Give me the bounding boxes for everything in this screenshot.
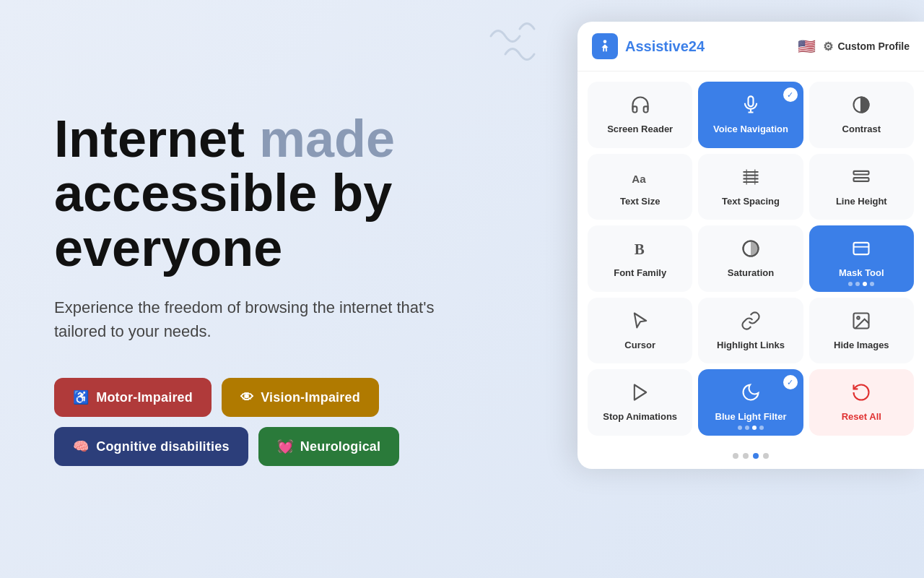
saturation-cell[interactable]: Saturation (698, 225, 803, 292)
mask-dots (848, 282, 874, 286)
headphones-icon (630, 95, 650, 118)
vision-label: Vision-Impaired (261, 390, 360, 405)
widget-container: Assistive24 🇺🇸 ⚙ Custom Profile (570, 0, 924, 578)
mask-tool-cell[interactable]: Mask Tool (809, 225, 914, 292)
assistive-widget: Assistive24 🇺🇸 ⚙ Custom Profile (578, 22, 924, 469)
text-spacing-icon (741, 167, 761, 190)
widget-grid: Screen Reader ✓ Voice Navigation (578, 72, 924, 446)
blue-light-dots (738, 426, 764, 430)
text-spacing-cell[interactable]: Text Spacing (698, 154, 803, 220)
custom-profile-label: Custom Profile (837, 40, 910, 52)
hide-images-label: Hide Images (834, 340, 889, 351)
image-icon (851, 311, 871, 334)
text-size-cell[interactable]: Aa Text Size (588, 154, 692, 220)
contrast-label: Contrast (842, 124, 881, 135)
mask-icon (851, 238, 871, 262)
bdot1 (738, 426, 742, 430)
app-logo (592, 33, 618, 59)
bdot4 (759, 426, 764, 430)
blue-light-filter-cell[interactable]: ✓ Blue Light Filter (698, 369, 803, 436)
app-title: Assistive24 (625, 38, 705, 55)
motor-label: Motor-Impaired (96, 390, 193, 405)
motor-icon: ♿ (73, 389, 89, 405)
svg-rect-1 (748, 96, 753, 106)
voice-nav-check: ✓ (783, 87, 798, 102)
cursor-icon (630, 311, 650, 334)
cognitive-button[interactable]: 🧠 Cognitive disabilities (54, 427, 248, 466)
svg-text:B: B (634, 241, 644, 258)
play-icon (630, 382, 650, 405)
subheadline: Experience the freedom of browsing the i… (54, 296, 444, 343)
left-panel: Internet made accessible by everyone Exp… (0, 0, 570, 578)
dot1 (848, 282, 853, 286)
text-spacing-label: Text Spacing (722, 196, 780, 207)
font-bold-icon: B (630, 238, 650, 262)
motor-impaired-button[interactable]: ♿ Motor-Impaired (54, 378, 212, 417)
cursor-cell[interactable]: Cursor (588, 298, 692, 364)
line-height-cell[interactable]: Line Height (809, 154, 914, 220)
svg-rect-17 (854, 243, 869, 254)
dot2 (855, 282, 860, 286)
text-size-icon: Aa (630, 167, 650, 190)
font-family-cell[interactable]: B Font Family (588, 225, 692, 292)
reset-all-label: Reset All (842, 411, 881, 423)
svg-point-20 (857, 316, 860, 319)
link-icon (741, 311, 761, 334)
main-headline: Internet made accessible by everyone (54, 112, 527, 276)
neuro-label: Neurological (300, 439, 380, 454)
cursor-label: Cursor (624, 340, 655, 351)
vision-impaired-button[interactable]: 👁 Vision-Impaired (222, 378, 379, 417)
custom-profile-button[interactable]: ⚙ Custom Profile (823, 40, 910, 53)
neurological-button[interactable]: 💓 Neurological (258, 427, 400, 466)
mic-icon (741, 95, 761, 118)
font-family-label: Font Family (614, 267, 666, 279)
header-right: 🇺🇸 ⚙ Custom Profile (798, 38, 910, 55)
profile-buttons: ♿ Motor-Impaired 👁 Vision-Impaired 🧠 Cog… (54, 378, 527, 466)
cognitive-icon: 🧠 (73, 439, 89, 454)
svg-marker-21 (634, 385, 645, 400)
voice-navigation-cell[interactable]: ✓ Voice Navigation (698, 82, 803, 148)
dot4 (870, 282, 874, 286)
page-dot-1[interactable] (733, 453, 738, 459)
blue-light-label: Blue Light Filter (715, 411, 787, 423)
profile-row-1: ♿ Motor-Impaired 👁 Vision-Impaired (54, 378, 527, 417)
pagination-dots (578, 446, 924, 469)
moon-icon (741, 382, 761, 405)
page-dot-3[interactable] (753, 453, 759, 459)
hide-images-cell[interactable]: Hide Images (809, 298, 914, 364)
reset-all-cell[interactable]: Reset All (809, 369, 914, 436)
voice-nav-label: Voice Navigation (713, 124, 788, 135)
cognitive-label: Cognitive disabilities (96, 439, 229, 454)
bdot2 (745, 426, 749, 430)
svg-point-0 (603, 40, 607, 43)
stop-animations-label: Stop Animations (603, 411, 677, 423)
line-height-label: Line Height (836, 196, 887, 207)
gear-icon: ⚙ (823, 40, 833, 53)
highlight-links-cell[interactable]: Highlight Links (698, 298, 803, 364)
bdot3 (752, 426, 757, 430)
blue-light-check: ✓ (783, 375, 798, 389)
contrast-cell[interactable]: Contrast (809, 82, 914, 148)
screen-reader-label: Screen Reader (607, 124, 673, 135)
page-dot-4[interactable] (763, 453, 769, 459)
page-dot-2[interactable] (743, 453, 749, 459)
profile-row-2: 🧠 Cognitive disabilities 💓 Neurological (54, 427, 527, 466)
dot3 (863, 282, 867, 286)
reset-icon (851, 382, 871, 405)
highlight-links-label: Highlight Links (717, 340, 785, 351)
svg-rect-12 (854, 171, 869, 174)
saturation-icon (741, 238, 761, 262)
decoration (484, 22, 541, 75)
line-height-icon (851, 167, 871, 190)
mask-tool-label: Mask Tool (839, 267, 884, 279)
svg-text:Aa: Aa (632, 173, 646, 185)
text-size-label: Text Size (620, 196, 660, 207)
vision-icon: 👁 (240, 390, 253, 405)
widget-header: Assistive24 🇺🇸 ⚙ Custom Profile (578, 22, 924, 72)
stop-animations-cell[interactable]: Stop Animations (588, 369, 692, 436)
language-flag[interactable]: 🇺🇸 (798, 38, 816, 55)
neuro-icon: 💓 (277, 439, 293, 454)
saturation-label: Saturation (728, 267, 774, 279)
screen-reader-cell[interactable]: Screen Reader (588, 82, 692, 148)
svg-rect-13 (854, 178, 869, 181)
